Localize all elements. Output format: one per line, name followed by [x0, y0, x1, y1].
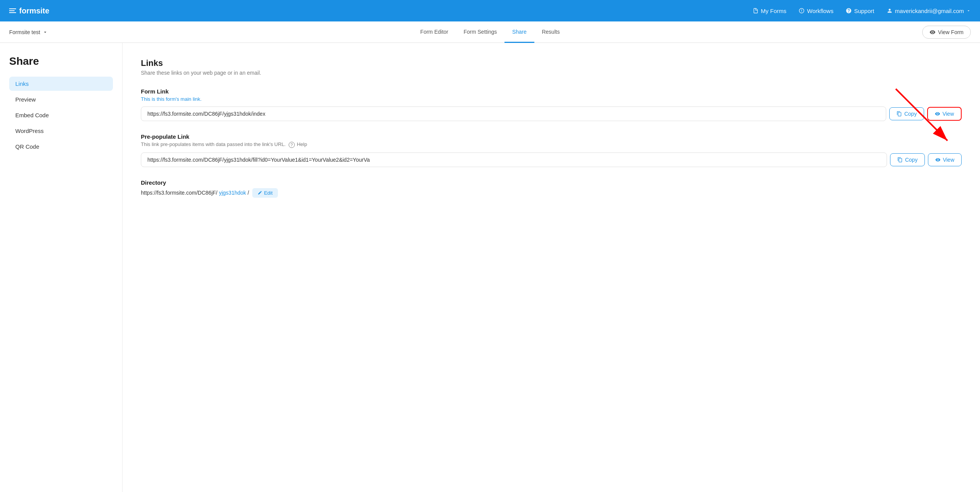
tab-form-settings[interactable]: Form Settings [456, 22, 505, 43]
pre-populate-label: Pre-populate Link [141, 133, 962, 140]
tab-nav: Form Editor Form Settings Share Results [413, 21, 567, 43]
directory-edit-button[interactable]: Edit [252, 188, 278, 198]
directory-url-editable: yjgs31hdok [219, 190, 246, 196]
nav-links: My Forms Workflows Support maverickandri… [753, 8, 971, 14]
form-link-desc: This is this form's main link. [141, 96, 962, 102]
form-link-copy-button[interactable]: Copy [889, 107, 924, 120]
form-selector[interactable]: Formsite test [9, 29, 70, 35]
view-eye-icon [935, 111, 940, 116]
user-menu[interactable]: maverickandrii@gmail.com [887, 8, 971, 14]
sidebar: Share Links Preview Embed Code WordPress… [0, 43, 122, 492]
tab-form-settings-label: Form Settings [464, 29, 497, 35]
my-forms-icon [753, 8, 759, 14]
page-layout: Share Links Preview Embed Code WordPress… [0, 43, 980, 492]
form-link-copy-label: Copy [904, 111, 917, 117]
main-content: Links Share these links on your web page… [122, 43, 980, 492]
sidebar-item-embed-code-label: Embed Code [15, 112, 49, 118]
pre-populate-desc: This link pre-populates items with data … [141, 141, 962, 148]
eye-icon [929, 29, 936, 35]
directory-section: Directory https://fs3.formsite.com/DC86j… [141, 179, 962, 198]
sidebar-item-wordpress-label: WordPress [15, 128, 44, 134]
help-icon[interactable]: ? [289, 142, 295, 148]
tab-share-label: Share [512, 29, 526, 35]
directory-url-suffix: / [248, 190, 249, 196]
view-form-label: View Form [938, 29, 964, 35]
sidebar-item-preview-label: Preview [15, 96, 36, 103]
sidebar-item-embed-code[interactable]: Embed Code [9, 108, 113, 122]
secondary-nav: Formsite test Form Editor Form Settings … [0, 21, 980, 43]
view-eye-icon-2 [935, 157, 941, 162]
support-link[interactable]: Support [846, 8, 874, 14]
form-link-view-button[interactable]: View [927, 107, 962, 121]
user-email: maverickandrii@gmail.com [895, 8, 964, 14]
brand-name: formsite [19, 7, 49, 15]
sidebar-item-qr-code[interactable]: QR Code [9, 139, 113, 154]
form-selector-label: Formsite test [9, 29, 40, 35]
form-link-view-label: View [942, 111, 954, 117]
form-link-row: Copy View [141, 107, 962, 121]
support-label: Support [854, 8, 874, 14]
form-link-label: Form Link [141, 88, 962, 95]
form-link-input[interactable] [141, 107, 886, 121]
sidebar-item-qr-code-label: QR Code [15, 143, 39, 150]
top-nav: formsite My Forms Workflows Support mave… [0, 0, 980, 21]
chevron-down-small-icon [42, 30, 48, 35]
brand-icon [9, 8, 16, 13]
sidebar-item-links-label: Links [15, 80, 29, 87]
view-form-button[interactable]: View Form [922, 26, 971, 39]
copy-icon-2 [897, 157, 903, 162]
sidebar-item-wordpress[interactable]: WordPress [9, 124, 113, 138]
sidebar-item-preview[interactable]: Preview [9, 92, 113, 107]
pre-populate-link-section: Pre-populate Link This link pre-populate… [141, 133, 962, 167]
directory-edit-label: Edit [264, 190, 273, 196]
pre-populate-link-row: Copy View [141, 153, 962, 167]
help-label: Help [297, 141, 307, 147]
directory-label: Directory [141, 179, 962, 186]
sidebar-item-links[interactable]: Links [9, 77, 113, 91]
sidebar-nav: Links Preview Embed Code WordPress QR Co… [9, 77, 113, 154]
directory-url-base: https://fs3.formsite.com/DC86jF/ [141, 190, 217, 196]
section-subtitle: Share these links on your web page or in… [141, 70, 962, 76]
workflows-label: Workflows [807, 8, 833, 14]
section-title: Links [141, 58, 962, 68]
pre-populate-copy-button[interactable]: Copy [890, 153, 925, 166]
tab-form-editor[interactable]: Form Editor [413, 22, 456, 43]
tab-results[interactable]: Results [534, 22, 567, 43]
pre-populate-desc-text: This link pre-populates items with data … [141, 141, 286, 147]
directory-url: https://fs3.formsite.com/DC86jF/ yjgs31h… [141, 188, 962, 198]
chevron-down-icon [966, 8, 971, 13]
my-forms-label: My Forms [761, 8, 787, 14]
sidebar-title: Share [9, 55, 113, 67]
form-link-section: Form Link This is this form's main link.… [141, 88, 962, 121]
tab-share[interactable]: Share [505, 22, 534, 43]
pre-populate-link-input[interactable] [141, 153, 887, 167]
support-icon [846, 8, 852, 14]
pre-populate-copy-label: Copy [905, 157, 918, 163]
pre-populate-view-label: View [943, 157, 954, 163]
workflows-icon [799, 8, 805, 14]
pre-populate-view-button[interactable]: View [928, 153, 962, 166]
brand: formsite [9, 7, 753, 15]
user-icon [887, 8, 893, 14]
tab-results-label: Results [542, 29, 560, 35]
copy-icon [897, 111, 902, 116]
tab-form-editor-label: Form Editor [420, 29, 448, 35]
workflows-link[interactable]: Workflows [799, 8, 833, 14]
my-forms-link[interactable]: My Forms [753, 8, 787, 14]
edit-icon [258, 190, 262, 195]
